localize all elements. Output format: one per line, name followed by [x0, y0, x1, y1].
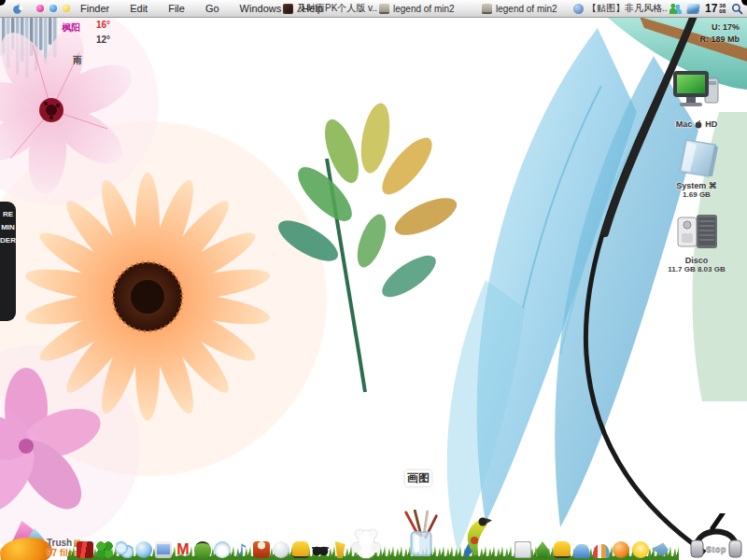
- menu-finder[interactable]: Finder: [70, 0, 120, 17]
- dock-icon-green-figure[interactable]: [194, 541, 211, 558]
- dock-icon-white-fridge[interactable]: [514, 541, 531, 558]
- weather-city: 枫阳: [62, 21, 80, 35]
- dock-icon-sheep-clock[interactable]: [214, 541, 231, 558]
- mac-hd-icon: [669, 67, 724, 116]
- dock-icon-yellow-car[interactable]: [554, 541, 571, 558]
- dot-blue[interactable]: [49, 5, 57, 12]
- desktop-icon-disco[interactable]: Disco 11.7 GB 8.03 GB: [661, 213, 732, 273]
- legend-icon: [482, 4, 492, 14]
- dock-icon-fish-boat[interactable]: [652, 541, 669, 558]
- menubar-clock[interactable]: 17 38 08: [705, 2, 726, 15]
- window-control-dots[interactable]: [36, 5, 70, 12]
- dock-icon-blue-globe[interactable]: [135, 541, 152, 558]
- dock-icon-yellow-fries[interactable]: [331, 541, 348, 558]
- upload-stat: U: 17%: [699, 21, 740, 34]
- apple-glyph-icon: [695, 119, 702, 129]
- menubar-app-legend-2[interactable]: legend of min2: [482, 0, 557, 17]
- dock-icon-binoculars[interactable]: [312, 541, 329, 558]
- dock-icon-paint-brush-cup[interactable]: [401, 510, 442, 558]
- dock-icon-striped-parasol[interactable]: [593, 544, 610, 558]
- dock-icon-sun-chick[interactable]: [632, 541, 649, 558]
- disco-drive-icon: [671, 213, 722, 252]
- system-disk-icon: [672, 136, 721, 177]
- menu-edit[interactable]: Edit: [120, 0, 158, 17]
- weather-widget[interactable]: 枫阳 16° 12° 雨: [58, 20, 148, 68]
- dock-icon-blue-parasol[interactable]: [573, 544, 590, 558]
- menubar-app-post[interactable]: 【贴图】非凡风格..: [573, 0, 668, 17]
- menu-file[interactable]: File: [158, 0, 195, 17]
- dock-icon-tv-player[interactable]: [155, 541, 172, 558]
- wallpaper: [0, 0, 747, 560]
- dock-icon-music-note[interactable]: ♪: [233, 541, 250, 558]
- users-status-icon[interactable]: [669, 4, 682, 14]
- dock-icon-green-clover[interactable]: [96, 541, 113, 558]
- dock-icon-parrot[interactable]: [458, 515, 495, 558]
- dock-icon-yellow-taxi[interactable]: [292, 541, 309, 558]
- dot-magenta[interactable]: [36, 5, 44, 12]
- dock-icon-red-books[interactable]: [77, 541, 93, 558]
- network-status-icon[interactable]: [686, 4, 699, 13]
- dock-icon-golf-ball[interactable]: [273, 541, 289, 558]
- dock-icon-blue-masks[interactable]: [116, 541, 133, 558]
- spotlight-icon[interactable]: [731, 3, 743, 15]
- menubar-app-timely-rain[interactable]: 及时雨PK个人版 v..: [283, 0, 377, 17]
- dock-icon-gmail-m[interactable]: M: [175, 541, 191, 558]
- player-stop-label[interactable]: Stop: [687, 544, 745, 553]
- menubar-app-legend-1[interactable]: legend of min2: [379, 0, 455, 17]
- menu-go[interactable]: Go: [195, 0, 230, 17]
- apple-menu-icon[interactable]: [11, 3, 23, 15]
- dock-icon-orange-ball[interactable]: [613, 541, 629, 558]
- post-icon: [573, 4, 584, 14]
- legend-icon: [379, 4, 389, 14]
- desktop-icon-system[interactable]: System ⌘ 1.69 GB: [661, 136, 732, 199]
- dock-tooltip: 画图: [405, 470, 431, 486]
- weather-low: 12°: [96, 35, 110, 45]
- reminder-tab[interactable]: REMINDER: [0, 202, 16, 321]
- dock-icon-lantern-man[interactable]: [253, 541, 270, 558]
- weather-condition: 雨: [73, 54, 82, 67]
- player-headphones[interactable]: Stop: [687, 513, 745, 560]
- desktop-icon-mac-hd[interactable]: Mac HD: [661, 67, 732, 129]
- timely-rain-icon: [283, 4, 293, 14]
- dock-icon-green-hood[interactable]: [534, 541, 551, 558]
- net-stats-readout: U: 17% R: 189 Mb: [699, 21, 740, 46]
- dock: M ♪: [67, 506, 679, 560]
- weather-high: 16°: [96, 20, 110, 30]
- rate-stat: R: 189 Mb: [699, 34, 740, 46]
- dot-yellow[interactable]: [63, 5, 70, 12]
- menu-bar: Finder Edit File Go Windows Help 及时雨PK个人…: [0, 0, 747, 18]
- dock-icon-teddy-bear[interactable]: [351, 528, 381, 558]
